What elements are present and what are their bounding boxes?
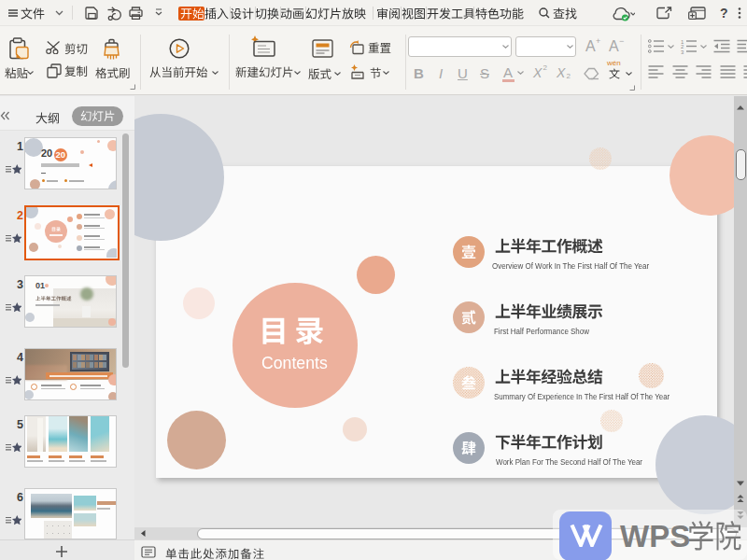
svg-text:3: 3 (681, 49, 684, 55)
